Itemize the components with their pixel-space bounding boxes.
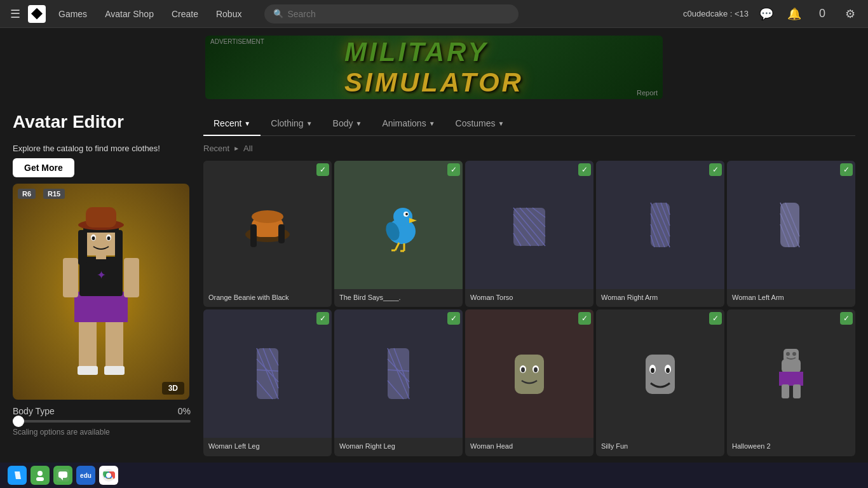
badge-3d[interactable]: 3D <box>162 382 184 395</box>
list-item[interactable]: ✓ Silly Fun <box>596 309 724 456</box>
svg-point-82 <box>792 352 796 356</box>
list-item[interactable]: ✓ Orange Beanie with Black <box>203 161 332 307</box>
body-type-pct: 0% <box>178 406 191 416</box>
ad-label: ADVERTISEMENT <box>210 38 264 45</box>
list-item[interactable]: ✓ Woman Torso <box>465 161 593 307</box>
chrome-app-icon <box>102 469 115 482</box>
tab-body[interactable]: Body ▼ <box>323 112 372 136</box>
search-icon: 🔍 <box>273 9 283 18</box>
svg-text:✦: ✦ <box>97 269 106 281</box>
items-grid: ✓ Orange Beanie with Black <box>203 161 855 456</box>
svg-rect-24 <box>278 224 285 243</box>
list-item[interactable]: ✓ Woman Left Leg <box>203 309 332 456</box>
search-input[interactable] <box>287 9 510 19</box>
slider-thumb[interactable] <box>13 416 24 427</box>
svg-point-97 <box>106 473 111 478</box>
svg-point-72 <box>521 367 525 372</box>
avatar-figure: ✦ <box>50 193 152 390</box>
list-item[interactable]: ✓ Woman Left Arm <box>727 161 855 307</box>
item-image: ✓ <box>596 161 724 289</box>
list-item[interactable]: ✓ Halloween 2 <box>727 309 855 456</box>
nav-games[interactable]: Games <box>51 5 95 23</box>
item-check-badge: ✓ <box>316 312 329 325</box>
taskbar-edu-icon[interactable]: edu <box>76 466 95 485</box>
svg-line-31 <box>395 243 399 250</box>
svg-rect-19 <box>86 207 116 227</box>
breadcrumb-separator: ► <box>233 145 240 152</box>
friends-app-icon <box>34 469 46 482</box>
bird-image <box>370 196 427 254</box>
svg-rect-16 <box>78 230 87 265</box>
item-check-badge: ✓ <box>840 312 853 325</box>
ad-report-link[interactable]: Report <box>637 89 658 97</box>
taskbar-chat-icon[interactable] <box>53 466 72 485</box>
page-title: Avatar Editor <box>13 112 124 132</box>
badge-r6[interactable]: R6 <box>18 189 36 199</box>
item-name: Woman Head <box>465 438 593 456</box>
svg-rect-83 <box>779 372 803 386</box>
item-image: ✓ <box>203 309 332 438</box>
nav-robux[interactable]: Robux <box>208 5 249 23</box>
item-check-badge: ✓ <box>709 163 722 176</box>
svg-point-77 <box>651 368 654 373</box>
svg-text:edu: edu <box>80 472 92 479</box>
roblox-app-icon <box>11 469 24 482</box>
get-more-button[interactable]: Get More <box>13 158 74 177</box>
item-name: Woman Left Leg <box>203 438 332 456</box>
robux-count[interactable]: 0 <box>812 4 832 24</box>
right-arm-image <box>632 196 689 254</box>
tab-animations[interactable]: Animations ▼ <box>372 112 445 136</box>
svg-rect-17 <box>115 230 123 261</box>
torso-image <box>501 196 558 254</box>
roblox-logo[interactable] <box>28 5 46 23</box>
item-check-badge: ✓ <box>447 163 460 176</box>
taskbar-roblox-icon[interactable] <box>8 466 27 485</box>
svg-point-78 <box>666 368 670 373</box>
item-name: Woman Left Arm <box>727 289 855 307</box>
body-type-section: Body Type 0% Scaling options are availab… <box>13 406 191 437</box>
tab-clothing[interactable]: Clothing ▼ <box>261 112 322 136</box>
item-image: ✓ <box>465 161 593 289</box>
svg-rect-8 <box>124 258 139 297</box>
list-item[interactable]: ✓ The Bird Says____. <box>334 161 463 307</box>
svg-rect-74 <box>646 355 675 394</box>
nav-avatar-shop[interactable]: Avatar Shop <box>97 5 161 23</box>
svg-rect-89 <box>36 477 44 481</box>
svg-rect-3 <box>104 366 125 375</box>
taskbar: edu <box>0 463 868 488</box>
tab-costumes[interactable]: Costumes ▼ <box>445 112 515 136</box>
username-display[interactable]: c0udedcake : <13 <box>683 9 749 18</box>
chat-app-icon <box>57 469 69 482</box>
list-item[interactable]: ✓ Woman Right Leg <box>334 309 463 456</box>
item-name: Halloween 2 <box>727 438 855 456</box>
tab-clothing-arrow: ▼ <box>306 120 313 127</box>
svg-rect-69 <box>515 355 544 394</box>
badge-r15[interactable]: R15 <box>43 189 65 199</box>
tabs-bar: Recent ▼ Clothing ▼ Body ▼ Animations ▼ … <box>203 112 855 136</box>
left-leg-image <box>239 345 296 402</box>
chat-icon[interactable]: 💬 <box>756 4 776 24</box>
item-name: Silly Fun <box>596 438 724 456</box>
list-item[interactable]: ✓ Woman Right Arm <box>596 161 724 307</box>
list-item[interactable]: ✓ Woman Head <box>465 309 593 456</box>
tab-recent[interactable]: Recent ▼ <box>203 112 261 136</box>
hat-image <box>239 196 296 254</box>
breadcrumb-recent[interactable]: Recent <box>203 144 229 153</box>
item-check-badge: ✓ <box>316 163 329 176</box>
tab-body-arrow: ▼ <box>355 120 362 127</box>
svg-marker-29 <box>409 218 417 223</box>
body-type-slider[interactable] <box>13 420 191 423</box>
search-bar: 🔍 <box>264 4 519 24</box>
taskbar-friends-icon[interactable] <box>31 466 50 485</box>
hamburger-menu[interactable]: ☰ <box>8 4 23 24</box>
notifications-icon[interactable]: 🔔 <box>784 4 804 24</box>
right-leg-image <box>370 345 427 402</box>
breadcrumb-all[interactable]: All <box>243 144 252 153</box>
svg-rect-4 <box>74 292 128 322</box>
svg-rect-85 <box>793 384 801 398</box>
settings-icon[interactable]: ⚙ <box>840 4 860 24</box>
head-image <box>501 345 558 402</box>
taskbar-chrome-icon[interactable] <box>99 466 118 485</box>
item-image: ✓ <box>727 309 855 438</box>
nav-create[interactable]: Create <box>164 5 206 23</box>
